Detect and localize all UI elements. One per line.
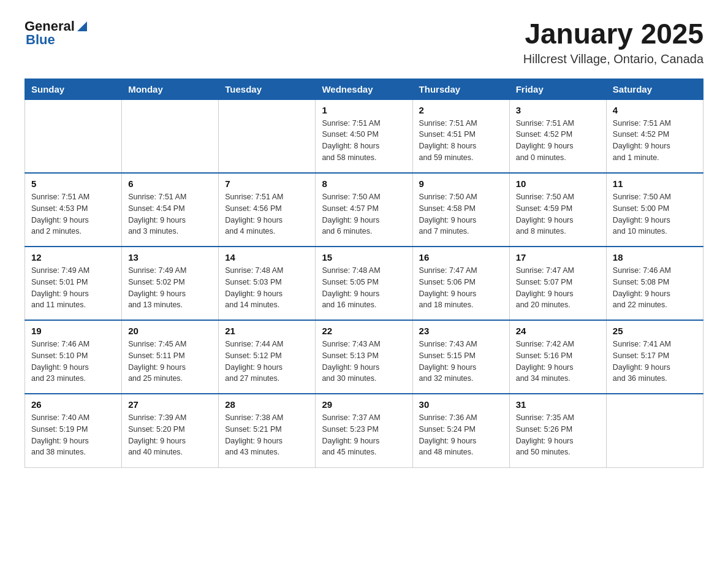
calendar-cell: 2Sunrise: 7:51 AM Sunset: 4:51 PM Daylig… (412, 99, 509, 173)
day-info: Sunrise: 7:41 AM Sunset: 5:17 PM Dayligh… (613, 339, 697, 385)
location-title: Hillcrest Village, Ontario, Canada (523, 52, 703, 66)
calendar-cell: 17Sunrise: 7:47 AM Sunset: 5:07 PM Dayli… (509, 247, 606, 320)
day-number: 3 (516, 105, 600, 115)
calendar-week-row: 26Sunrise: 7:40 AM Sunset: 5:19 PM Dayli… (25, 394, 703, 467)
calendar-cell (25, 99, 122, 173)
day-number: 1 (322, 105, 406, 115)
day-number: 30 (419, 399, 503, 410)
day-info: Sunrise: 7:35 AM Sunset: 5:26 PM Dayligh… (516, 412, 600, 458)
day-info: Sunrise: 7:51 AM Sunset: 4:53 PM Dayligh… (31, 191, 115, 237)
day-number: 22 (322, 326, 406, 336)
calendar-cell: 10Sunrise: 7:50 AM Sunset: 4:59 PM Dayli… (509, 173, 606, 247)
calendar-header-thursday: Thursday (412, 79, 509, 99)
calendar-cell: 27Sunrise: 7:39 AM Sunset: 5:20 PM Dayli… (122, 394, 219, 467)
day-info: Sunrise: 7:39 AM Sunset: 5:20 PM Dayligh… (128, 412, 212, 458)
day-number: 24 (516, 326, 600, 336)
calendar-cell: 28Sunrise: 7:38 AM Sunset: 5:21 PM Dayli… (219, 394, 316, 467)
day-info: Sunrise: 7:45 AM Sunset: 5:11 PM Dayligh… (128, 339, 212, 385)
day-info: Sunrise: 7:49 AM Sunset: 5:01 PM Dayligh… (31, 265, 115, 311)
calendar-week-row: 1Sunrise: 7:51 AM Sunset: 4:50 PM Daylig… (25, 99, 703, 173)
day-info: Sunrise: 7:51 AM Sunset: 4:51 PM Dayligh… (419, 118, 503, 164)
day-number: 26 (31, 399, 115, 410)
day-info: Sunrise: 7:44 AM Sunset: 5:12 PM Dayligh… (225, 339, 309, 385)
day-info: Sunrise: 7:42 AM Sunset: 5:16 PM Dayligh… (516, 339, 600, 385)
day-number: 4 (613, 105, 697, 115)
calendar-header-saturday: Saturday (606, 79, 703, 99)
day-info: Sunrise: 7:46 AM Sunset: 5:10 PM Dayligh… (31, 339, 115, 385)
day-number: 12 (31, 252, 115, 262)
day-number: 7 (225, 178, 309, 189)
day-number: 18 (613, 252, 697, 262)
day-info: Sunrise: 7:48 AM Sunset: 5:03 PM Dayligh… (225, 265, 309, 311)
svg-marker-0 (77, 21, 87, 31)
day-info: Sunrise: 7:38 AM Sunset: 5:21 PM Dayligh… (225, 412, 309, 458)
calendar-cell: 11Sunrise: 7:50 AM Sunset: 5:00 PM Dayli… (606, 173, 703, 247)
day-info: Sunrise: 7:51 AM Sunset: 4:56 PM Dayligh… (225, 191, 309, 237)
day-info: Sunrise: 7:51 AM Sunset: 4:50 PM Dayligh… (322, 118, 406, 164)
day-number: 21 (225, 326, 309, 336)
calendar-cell: 30Sunrise: 7:36 AM Sunset: 5:24 PM Dayli… (412, 394, 509, 467)
calendar-cell: 19Sunrise: 7:46 AM Sunset: 5:10 PM Dayli… (25, 320, 122, 394)
calendar-cell: 23Sunrise: 7:43 AM Sunset: 5:15 PM Dayli… (412, 320, 509, 394)
logo-blue-text: Blue (26, 32, 55, 47)
day-info: Sunrise: 7:36 AM Sunset: 5:24 PM Dayligh… (419, 412, 503, 458)
day-number: 13 (128, 252, 212, 262)
calendar-cell: 12Sunrise: 7:49 AM Sunset: 5:01 PM Dayli… (25, 247, 122, 320)
calendar-cell: 6Sunrise: 7:51 AM Sunset: 4:54 PM Daylig… (122, 173, 219, 247)
day-info: Sunrise: 7:37 AM Sunset: 5:23 PM Dayligh… (322, 412, 406, 458)
page-header: General Blue January 2025 Hillcrest Vill… (25, 18, 703, 66)
calendar-cell (219, 99, 316, 173)
day-info: Sunrise: 7:40 AM Sunset: 5:19 PM Dayligh… (31, 412, 115, 458)
day-number: 20 (128, 326, 212, 336)
day-info: Sunrise: 7:51 AM Sunset: 4:52 PM Dayligh… (613, 118, 697, 164)
calendar-cell: 25Sunrise: 7:41 AM Sunset: 5:17 PM Dayli… (606, 320, 703, 394)
day-info: Sunrise: 7:43 AM Sunset: 5:15 PM Dayligh… (419, 339, 503, 385)
calendar-week-row: 12Sunrise: 7:49 AM Sunset: 5:01 PM Dayli… (25, 247, 703, 320)
calendar-header-friday: Friday (509, 79, 606, 99)
calendar-cell: 21Sunrise: 7:44 AM Sunset: 5:12 PM Dayli… (219, 320, 316, 394)
logo: General Blue (25, 18, 88, 48)
day-number: 8 (322, 178, 406, 189)
calendar-cell: 20Sunrise: 7:45 AM Sunset: 5:11 PM Dayli… (122, 320, 219, 394)
calendar-header-monday: Monday (122, 79, 219, 99)
calendar-cell: 16Sunrise: 7:47 AM Sunset: 5:06 PM Dayli… (412, 247, 509, 320)
calendar-cell: 4Sunrise: 7:51 AM Sunset: 4:52 PM Daylig… (606, 99, 703, 173)
day-number: 23 (419, 326, 503, 336)
calendar-table: SundayMondayTuesdayWednesdayThursdayFrid… (25, 79, 703, 468)
day-info: Sunrise: 7:51 AM Sunset: 4:54 PM Dayligh… (128, 191, 212, 237)
calendar-cell: 3Sunrise: 7:51 AM Sunset: 4:52 PM Daylig… (509, 99, 606, 173)
day-number: 5 (31, 178, 115, 189)
logo-triangle-icon (76, 20, 88, 33)
calendar-cell: 24Sunrise: 7:42 AM Sunset: 5:16 PM Dayli… (509, 320, 606, 394)
day-number: 11 (613, 178, 697, 189)
month-title: January 2025 (523, 18, 703, 50)
day-number: 16 (419, 252, 503, 262)
calendar-header-row: SundayMondayTuesdayWednesdayThursdayFrid… (25, 79, 703, 99)
day-info: Sunrise: 7:46 AM Sunset: 5:08 PM Dayligh… (613, 265, 697, 311)
calendar-cell: 8Sunrise: 7:50 AM Sunset: 4:57 PM Daylig… (316, 173, 412, 247)
title-block: January 2025 Hillcrest Village, Ontario,… (523, 18, 703, 66)
day-info: Sunrise: 7:47 AM Sunset: 5:07 PM Dayligh… (516, 265, 600, 311)
calendar-cell: 13Sunrise: 7:49 AM Sunset: 5:02 PM Dayli… (122, 247, 219, 320)
calendar-header-sunday: Sunday (25, 79, 122, 99)
calendar-cell: 14Sunrise: 7:48 AM Sunset: 5:03 PM Dayli… (219, 247, 316, 320)
day-info: Sunrise: 7:50 AM Sunset: 4:57 PM Dayligh… (322, 191, 406, 237)
calendar-week-row: 19Sunrise: 7:46 AM Sunset: 5:10 PM Dayli… (25, 320, 703, 394)
day-number: 14 (225, 252, 309, 262)
calendar-week-row: 5Sunrise: 7:51 AM Sunset: 4:53 PM Daylig… (25, 173, 703, 247)
day-number: 10 (516, 178, 600, 189)
calendar-cell: 26Sunrise: 7:40 AM Sunset: 5:19 PM Dayli… (25, 394, 122, 467)
day-info: Sunrise: 7:49 AM Sunset: 5:02 PM Dayligh… (128, 265, 212, 311)
day-info: Sunrise: 7:51 AM Sunset: 4:52 PM Dayligh… (516, 118, 600, 164)
calendar-cell: 31Sunrise: 7:35 AM Sunset: 5:26 PM Dayli… (509, 394, 606, 467)
day-number: 2 (419, 105, 503, 115)
calendar-cell: 22Sunrise: 7:43 AM Sunset: 5:13 PM Dayli… (316, 320, 412, 394)
day-number: 15 (322, 252, 406, 262)
day-number: 27 (128, 399, 212, 410)
calendar-cell (122, 99, 219, 173)
calendar-cell: 15Sunrise: 7:48 AM Sunset: 5:05 PM Dayli… (316, 247, 412, 320)
calendar-header-wednesday: Wednesday (316, 79, 412, 99)
day-info: Sunrise: 7:43 AM Sunset: 5:13 PM Dayligh… (322, 339, 406, 385)
day-number: 31 (516, 399, 600, 410)
calendar-cell: 7Sunrise: 7:51 AM Sunset: 4:56 PM Daylig… (219, 173, 316, 247)
